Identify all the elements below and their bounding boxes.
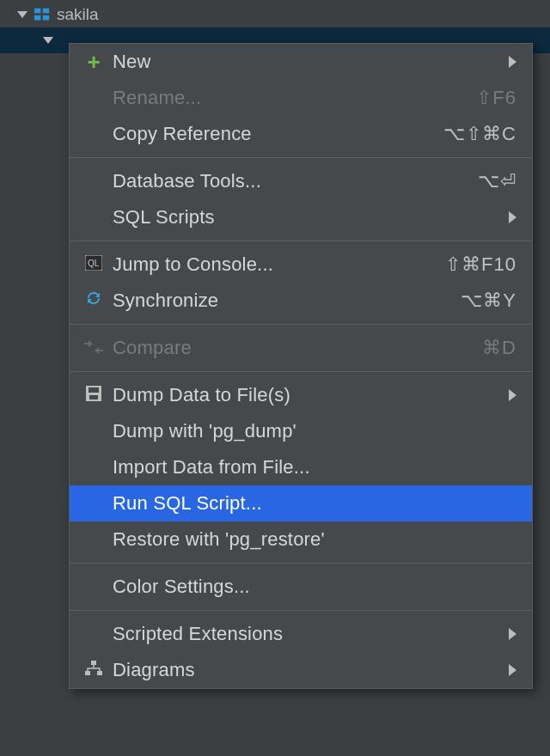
menu-item[interactable]: SQL Scripts	[70, 199, 532, 235]
menu-item-icon-slot	[80, 659, 107, 681]
tree-root-label: sakila	[57, 5, 99, 24]
diagram-icon	[85, 659, 102, 681]
menu-separator	[70, 371, 532, 372]
submenu-arrow-icon	[509, 56, 516, 68]
svg-rect-3	[43, 15, 49, 21]
submenu-arrow-icon	[509, 628, 516, 640]
menu-item-label: Dump Data to File(s)	[107, 384, 498, 406]
svg-rect-0	[34, 9, 40, 14]
tree-row[interactable]: sakila	[0, 2, 550, 27]
submenu-arrow-icon	[509, 389, 516, 401]
menu-item-shortcut: ⌥⇧⌘C	[443, 123, 516, 145]
expand-arrow-icon	[17, 11, 28, 18]
menu-item[interactable]: Run SQL Script...	[70, 485, 532, 521]
menu-item[interactable]: Scripted Extensions	[70, 616, 532, 652]
sync-icon	[85, 290, 102, 312]
menu-item[interactable]: Restore with 'pg_restore'	[70, 521, 532, 558]
database-schema-icon	[34, 7, 50, 22]
menu-item-label: Compare	[107, 337, 472, 359]
menu-item[interactable]: Copy Reference⌥⇧⌘C	[70, 116, 532, 152]
menu-item[interactable]: Database Tools...⌥⏎	[70, 163, 532, 199]
menu-item-label: Color Settings...	[107, 576, 516, 598]
menu-separator	[70, 241, 532, 241]
menu-item-shortcut: ⌘D	[482, 337, 516, 359]
expand-arrow-icon	[43, 37, 53, 44]
menu-item[interactable]: Dump Data to File(s)	[70, 377, 532, 413]
menu-item[interactable]: Import Data from File...	[70, 449, 532, 485]
svg-rect-9	[91, 661, 96, 665]
menu-item-icon-slot: +	[80, 51, 107, 73]
menu-item-label: Run SQL Script...	[107, 492, 516, 515]
menu-separator	[70, 324, 532, 325]
menu-item[interactable]: Dump with 'pg_dump'	[70, 413, 532, 449]
menu-item: Rename...⇧F6	[70, 80, 532, 116]
menu-item-shortcut: ⇧F6	[476, 87, 516, 109]
svg-text:QL: QL	[88, 259, 100, 268]
menu-item-icon-slot: QL	[80, 253, 107, 276]
menu-separator	[70, 610, 532, 611]
menu-item-label: Synchronize	[107, 290, 450, 312]
svg-rect-7	[89, 387, 99, 393]
compare-icon	[84, 337, 103, 359]
plus-icon: +	[87, 51, 100, 73]
svg-rect-11	[97, 671, 102, 675]
menu-item-label: Dump with 'pg_dump'	[107, 420, 516, 442]
menu-item[interactable]: QLJump to Console...⇧⌘F10	[70, 247, 532, 283]
menu-item[interactable]: Color Settings...	[70, 569, 532, 605]
context-menu: +NewRename...⇧F6Copy Reference⌥⇧⌘CDataba…	[69, 43, 533, 689]
menu-item-shortcut: ⇧⌘F10	[445, 253, 516, 276]
svg-rect-1	[43, 9, 49, 14]
menu-item-label: Import Data from File...	[107, 456, 516, 479]
svg-rect-8	[89, 395, 98, 399]
menu-item-label: Rename...	[107, 87, 466, 109]
svg-rect-2	[34, 15, 40, 21]
menu-item-label: Scripted Extensions	[107, 623, 498, 645]
menu-item-label: Copy Reference	[107, 123, 433, 145]
save-icon	[86, 384, 101, 406]
menu-item-label: New	[107, 51, 498, 73]
menu-separator	[70, 563, 532, 564]
menu-item-label: Diagrams	[107, 659, 498, 681]
menu-item-label: SQL Scripts	[107, 206, 498, 229]
menu-item-label: Restore with 'pg_restore'	[107, 528, 516, 551]
menu-item-shortcut: ⌥⌘Y	[461, 290, 516, 312]
menu-item: Compare⌘D	[70, 330, 532, 366]
menu-item[interactable]: Synchronize⌥⌘Y	[70, 283, 532, 319]
menu-separator	[70, 157, 532, 158]
menu-item[interactable]: Diagrams	[70, 652, 532, 688]
menu-item[interactable]: +New	[70, 44, 532, 80]
console-icon: QL	[85, 253, 102, 276]
menu-item-icon-slot	[80, 290, 107, 312]
submenu-arrow-icon	[509, 664, 516, 676]
menu-item-shortcut: ⌥⏎	[478, 170, 516, 192]
submenu-arrow-icon	[509, 211, 516, 223]
svg-rect-10	[85, 671, 90, 675]
menu-item-icon-slot	[80, 384, 107, 406]
menu-item-icon-slot	[80, 337, 107, 359]
menu-item-label: Database Tools...	[107, 170, 468, 192]
menu-item-label: Jump to Console...	[107, 253, 435, 276]
